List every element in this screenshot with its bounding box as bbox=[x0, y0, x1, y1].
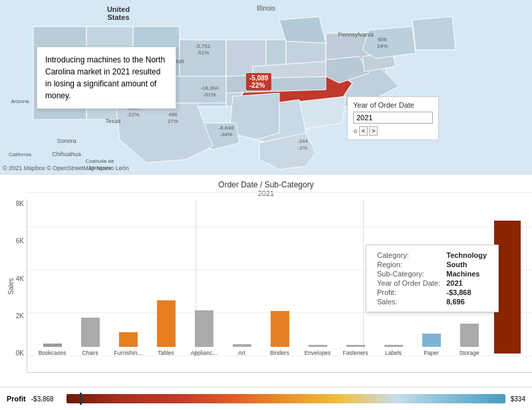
svg-text:-244: -244 bbox=[297, 138, 309, 144]
gradient-bar bbox=[66, 394, 505, 403]
svg-marker-25 bbox=[279, 17, 326, 43]
svg-text:Pennsylvania: Pennsylvania bbox=[338, 31, 374, 38]
svg-text:-34%: -34% bbox=[220, 132, 233, 138]
year-filter-next[interactable]: > bbox=[369, 126, 378, 136]
bar-fasteners-rect bbox=[346, 345, 365, 347]
bar-envelopes[interactable]: Envelopes bbox=[299, 345, 336, 356]
tooltip-region-label: Region: bbox=[374, 260, 444, 269]
bar-appliances-rect bbox=[195, 310, 213, 347]
bar-tables[interactable]: Tables bbox=[148, 300, 184, 356]
tooltip-sales-label: Sales: bbox=[374, 297, 444, 306]
year-filter-prev[interactable]: < bbox=[359, 126, 368, 136]
bar-bookcases-rect bbox=[43, 344, 62, 347]
bar-appliances[interactable]: Applianc... bbox=[186, 310, 222, 356]
gradient-indicator bbox=[80, 393, 82, 405]
svg-text:24%: 24% bbox=[377, 43, 388, 49]
svg-text:Sonora: Sonora bbox=[57, 138, 76, 144]
profit-max-value: $334 bbox=[511, 395, 525, 403]
bar-tables-rect bbox=[157, 300, 176, 347]
svg-text:-51%: -51% bbox=[203, 92, 216, 98]
svg-text:United: United bbox=[107, 5, 130, 13]
bar-labels-rect bbox=[384, 345, 403, 347]
tooltip-category-value: Technology bbox=[444, 251, 490, 260]
svg-text:27%: 27% bbox=[168, 118, 178, 124]
tooltip-region-value: South bbox=[444, 260, 490, 269]
svg-text:Arizona: Arizona bbox=[11, 98, 29, 104]
svg-text:Illinois: Illinois bbox=[257, 5, 275, 12]
chart-subtitle: 2021 bbox=[0, 189, 532, 197]
bar-art-rect bbox=[233, 344, 251, 347]
tooltip-profit-label: Profit: bbox=[374, 288, 444, 297]
year-filter-panel[interactable]: Year of Order Date ○ < > bbox=[347, 96, 439, 140]
bar-envelopes-rect bbox=[309, 345, 327, 347]
year-filter-label: Year of Order Date bbox=[353, 101, 433, 109]
profit-section: Profit -$3,868 $334 bbox=[0, 387, 532, 410]
tooltip-profit-value: -$3,868 bbox=[444, 288, 490, 297]
tooltip-subcategory-label: Sub-Category: bbox=[374, 269, 444, 278]
chart-section: Order Date / Sub-Category 2021 Sales 8K … bbox=[0, 174, 532, 387]
gradient-bar-wrapper bbox=[66, 394, 505, 403]
svg-text:California: California bbox=[9, 152, 31, 157]
year-filter-input[interactable] bbox=[353, 112, 433, 124]
svg-text:-22%: -22% bbox=[127, 112, 140, 118]
bar-fasteners[interactable]: Fasteners bbox=[337, 345, 374, 356]
bar-furnishings[interactable]: Furnishin... bbox=[110, 332, 146, 356]
grid-line-8k bbox=[27, 192, 532, 193]
bar-storage[interactable]: Storage bbox=[451, 324, 487, 356]
bar-storage-rect bbox=[460, 324, 479, 347]
tooltip-category-label: Category: bbox=[374, 251, 444, 260]
tooltip-year-label: Year of Order Date: bbox=[374, 278, 444, 288]
bar-bookcases[interactable]: Bookcases bbox=[34, 344, 70, 356]
y-axis-label: Sales bbox=[7, 278, 15, 294]
profit-label: Profit bbox=[7, 395, 26, 403]
svg-text:-18,304: -18,304 bbox=[200, 85, 219, 91]
chart-tooltip: Category: Technology Region: South Sub-C… bbox=[366, 245, 499, 312]
tooltip-subcategory-value: Machines bbox=[444, 269, 490, 278]
svg-marker-24 bbox=[412, 17, 456, 50]
bar-chairs-rect bbox=[81, 318, 100, 347]
map-annotation-tooltip: Introducing machines to the North Caroli… bbox=[37, 47, 176, 109]
profit-min-value: -$3,868 bbox=[31, 395, 61, 403]
svg-text:-8,646: -8,646 bbox=[219, 125, 234, 131]
map-section: Colorado Kansas Missouri Texas Pennsylva… bbox=[0, 0, 532, 174]
svg-text:States: States bbox=[107, 13, 129, 21]
svg-text:Chihuahua: Chihuahua bbox=[52, 151, 81, 157]
svg-text:Coahuila de: Coahuila de bbox=[86, 158, 114, 164]
tooltip-sales-value: 8,696 bbox=[444, 297, 490, 306]
bar-paper-rect bbox=[422, 334, 441, 347]
chart-title: Order Date / Sub-Category bbox=[0, 180, 532, 189]
bar-labels[interactable]: Labels bbox=[375, 345, 412, 356]
map-tooltip-text: Introducing machines to the North Caroli… bbox=[45, 55, 165, 100]
svg-text:806: 806 bbox=[378, 37, 387, 43]
svg-text:-1%: -1% bbox=[298, 145, 307, 151]
chart-area: Bookcases Chairs Furnishin... Tables bbox=[27, 200, 532, 373]
nc-value-label: -5,089 -22% bbox=[246, 73, 271, 90]
svg-text:496: 496 bbox=[168, 112, 178, 118]
bar-paper[interactable]: Paper bbox=[413, 334, 450, 356]
bar-furnishings-rect bbox=[119, 332, 138, 347]
bar-art[interactable]: Art bbox=[223, 344, 260, 356]
bar-chairs[interactable]: Chairs bbox=[72, 318, 108, 356]
svg-text:Texas: Texas bbox=[105, 118, 121, 124]
svg-text:-51%: -51% bbox=[197, 50, 209, 56]
year-filter-radio[interactable]: ○ bbox=[353, 127, 358, 135]
svg-text:-5,751: -5,751 bbox=[196, 43, 211, 49]
bar-binders-rect bbox=[271, 311, 289, 347]
tooltip-year-value: 2021 bbox=[444, 278, 490, 288]
bar-binders[interactable]: Binders bbox=[261, 311, 298, 356]
map-attribution: © 2021 Mapbox © OpenStreetMap Nuevo León bbox=[3, 165, 129, 171]
